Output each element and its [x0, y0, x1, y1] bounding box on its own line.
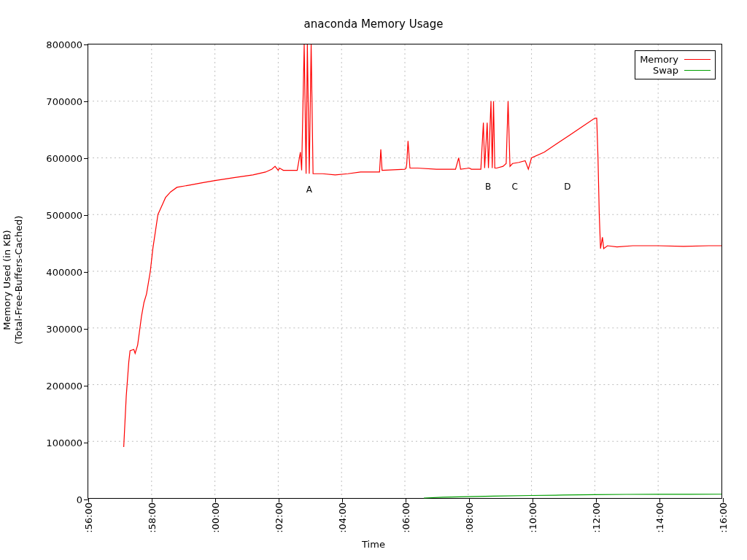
chart-container: anaconda Memory Usage Memory Used (in KB… [0, 0, 747, 560]
y-tick-label: 500000 [46, 210, 82, 221]
y-tick-label: 400000 [46, 267, 82, 278]
x-tick-label: :16:00 [718, 502, 729, 533]
legend-entry-swap: Swap [640, 65, 711, 76]
y-tick-label: 200000 [46, 381, 82, 392]
plot-area: Memory Swap 0100000200000300000400000500… [88, 44, 722, 499]
annotation-a: A [306, 184, 312, 195]
x-tick-label: :14:00 [654, 502, 665, 533]
y-tick-label: 600000 [46, 153, 82, 164]
x-tick-label: :08:00 [464, 502, 475, 533]
series-memory-line [124, 44, 721, 447]
legend-line-icon [684, 70, 711, 71]
y-tick-label: 300000 [46, 324, 82, 335]
annotation-c: C [511, 182, 517, 192]
y-tick-label: 800000 [46, 39, 82, 50]
legend: Memory Swap [635, 50, 716, 79]
legend-label: Memory [640, 54, 678, 65]
grid-lines [88, 44, 721, 498]
x-tick-label: :56:00 [83, 502, 94, 533]
x-tick-label: :58:00 [147, 502, 158, 533]
plot-svg [88, 44, 721, 498]
chart-title: anaconda Memory Usage [0, 18, 747, 31]
y-tick-label: 700000 [46, 96, 82, 107]
legend-label: Swap [653, 65, 678, 76]
x-tick-label: :10:00 [527, 502, 538, 533]
y-tick-label: 100000 [46, 438, 82, 448]
x-tick-label: :00:00 [210, 502, 221, 533]
x-tick-label: :04:00 [337, 502, 348, 533]
x-tick-label: :12:00 [591, 502, 602, 533]
x-axis-label: Time [0, 539, 747, 550]
y-axis-label: Memory Used (in KB) (Total-Free-Buffers-… [1, 216, 26, 345]
legend-entry-memory: Memory [640, 54, 711, 65]
legend-line-icon [684, 59, 711, 60]
y-tick-label: 0 [77, 494, 82, 505]
annotation-b: B [485, 182, 491, 192]
x-tick-label: :02:00 [274, 502, 285, 533]
x-tick-label: :06:00 [400, 502, 411, 533]
annotation-d: D [564, 182, 570, 192]
